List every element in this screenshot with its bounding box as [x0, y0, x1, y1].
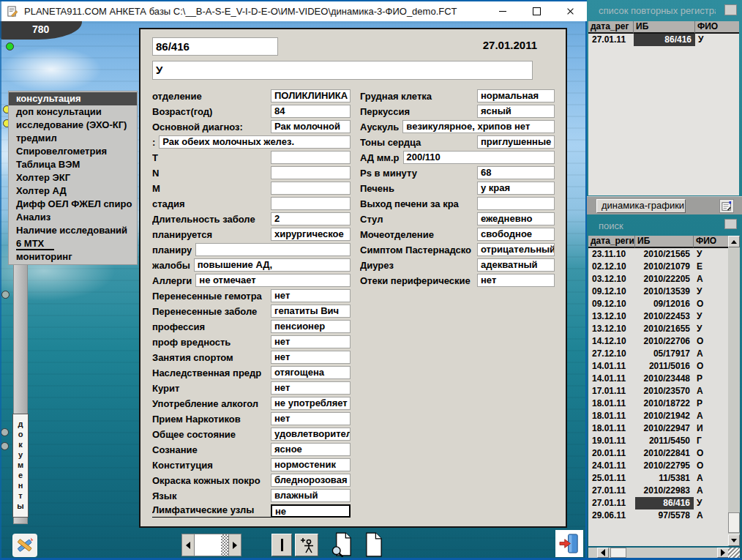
column-header[interactable]: ФИО: [695, 21, 739, 34]
menu-item[interactable]: Наличие исследований: [9, 224, 137, 237]
cell-fio[interactable]: О: [694, 460, 729, 472]
scroll-down-button[interactable]: [728, 534, 740, 546]
field-input[interactable]: ясный: [477, 105, 555, 118]
menu-item[interactable]: Дифф ОЕЛ ФЖЕЛ спиро: [9, 198, 137, 211]
cell-fio[interactable]: У: [694, 285, 729, 298]
column-header[interactable]: дата_рег: [588, 21, 634, 34]
dynamics-graphs-button[interactable]: динамика-графики: [596, 199, 686, 213]
field-input[interactable]: [271, 182, 351, 195]
scroll-left-button[interactable]: [597, 548, 609, 558]
table-row[interactable]: 14.01.11 2011/5016 О: [588, 360, 729, 373]
horizontal-scrollbar[interactable]: [588, 548, 729, 558]
next-record-button[interactable]: [228, 534, 241, 556]
table-row[interactable]: 27.01.11 86/416 У: [588, 34, 739, 46]
cell-date[interactable]: 09.12.10: [588, 298, 635, 310]
field-input[interactable]: нет: [271, 289, 351, 302]
cell-fio[interactable]: У: [694, 497, 729, 509]
field-input[interactable]: [271, 197, 351, 210]
table-row[interactable]: 29.06.11 97/5578 А: [588, 509, 729, 522]
menu-item[interactable]: Холтер ЭКГ: [9, 171, 137, 184]
cell-case-number[interactable]: 2010/22205: [635, 273, 694, 285]
menu-item[interactable]: 6 МТХ: [9, 237, 137, 250]
edit-pencils-button[interactable]: [12, 534, 37, 557]
field-input[interactable]: влажный: [271, 489, 351, 502]
table-row[interactable]: 27.12.10 05/17917 А: [588, 348, 729, 360]
cell-fio[interactable]: У: [695, 34, 739, 46]
field-input[interactable]: не употребляет: [271, 397, 351, 410]
cell-date[interactable]: 03.12.10: [588, 273, 635, 285]
table-row[interactable]: 02.12.10 2010/21079 Е: [588, 261, 729, 273]
table-row[interactable]: 18.01.11 2010/18722 Р: [588, 397, 729, 410]
table-row[interactable]: 13.12.10 2010/21655 У: [588, 323, 729, 335]
cell-fio[interactable]: А: [694, 385, 729, 397]
field-input[interactable]: ПОЛИКЛИНИКА: [271, 89, 351, 102]
cell-case-number[interactable]: 2010/22841: [635, 447, 694, 460]
cell-fio[interactable]: О: [694, 360, 729, 373]
cell-fio[interactable]: Р: [694, 373, 729, 385]
cell-case-number[interactable]: 09/12016: [635, 298, 694, 310]
add-patient-button[interactable]: [295, 534, 318, 556]
table-row[interactable]: 19.01.11 2011/5450 Г: [588, 435, 729, 447]
field-input[interactable]: нормальная: [477, 89, 555, 102]
cell-date[interactable]: 27.12.10: [588, 348, 635, 360]
vertical-scroll-thumb[interactable]: [728, 512, 740, 533]
field-input[interactable]: Рак молочной: [271, 120, 351, 133]
documents-tab[interactable]: документы: [12, 414, 29, 518]
column-header[interactable]: ИБ: [634, 21, 695, 34]
cell-case-number[interactable]: 86/416: [635, 497, 694, 509]
cell-case-number[interactable]: 2010/22795: [635, 460, 694, 472]
cell-fio[interactable]: У: [694, 323, 729, 335]
table-row[interactable]: 27.01.11 86/416 У: [588, 497, 729, 509]
cell-case-number[interactable]: 05/17917: [635, 348, 694, 360]
field-input[interactable]: нет: [271, 351, 351, 364]
field-input[interactable]: отрицательный: [477, 243, 555, 256]
cell-date[interactable]: 02.12.10: [588, 261, 635, 273]
cell-date[interactable]: 13.12.10: [588, 310, 635, 323]
cell-date[interactable]: 14.01.11: [588, 360, 635, 373]
cell-fio[interactable]: О: [694, 298, 729, 310]
field-input[interactable]: не отмечает: [195, 274, 351, 287]
registrations-panel-button[interactable]: [724, 4, 737, 15]
field-input[interactable]: 68: [477, 166, 555, 179]
cell-case-number[interactable]: 2010/21655: [635, 323, 694, 335]
menu-item[interactable]: Анализ: [9, 211, 137, 224]
cell-date[interactable]: 09.12.10: [588, 285, 635, 298]
table-row[interactable]: 14.01.11 2010/23448 Р: [588, 373, 729, 385]
vertical-scrollbar[interactable]: [728, 236, 740, 546]
cell-fio[interactable]: Е: [694, 261, 729, 273]
field-input[interactable]: нет: [271, 335, 351, 348]
column-header[interactable]: ИБ: [635, 236, 694, 248]
prev-record-button[interactable]: [181, 534, 195, 556]
field-input[interactable]: 200/110: [403, 151, 555, 164]
table-row[interactable]: 20.01.11 2010/22841 О: [588, 447, 729, 460]
field-input[interactable]: нормостеник: [271, 458, 351, 471]
field-input[interactable]: нет: [477, 274, 555, 287]
field-input[interactable]: Рак обеих молочных желез.: [159, 135, 351, 149]
cell-date[interactable]: 27.01.11: [588, 485, 635, 497]
table-row[interactable]: 27.01.11 2010/22983 А: [588, 485, 729, 497]
field-input[interactable]: везикулярное, хрипов нет: [402, 120, 555, 133]
cell-case-number[interactable]: 2011/5016: [635, 360, 694, 373]
field-input[interactable]: [271, 166, 351, 179]
field-input[interactable]: [195, 243, 351, 256]
search-document-button[interactable]: [329, 531, 354, 558]
table-row[interactable]: 09.12.10 2010/13539 У: [588, 285, 729, 298]
cell-fio[interactable]: Р: [694, 397, 729, 410]
field-input[interactable]: ежедневно: [477, 212, 555, 225]
cell-case-number[interactable]: 11/5381: [635, 472, 694, 485]
column-header[interactable]: ФИО: [694, 236, 729, 248]
field-input[interactable]: пенсионер: [271, 320, 351, 333]
cell-fio[interactable]: А: [694, 509, 729, 522]
cell-date[interactable]: 18.01.11: [588, 397, 635, 410]
cell-case-number[interactable]: 2010/22983: [635, 485, 694, 497]
field-input[interactable]: нет: [271, 412, 351, 425]
menu-item[interactable]: Спировелгометрия: [9, 145, 137, 158]
resize-grip[interactable]: [728, 548, 740, 558]
menu-item[interactable]: тредмил: [9, 132, 137, 145]
cell-case-number[interactable]: 2010/21565: [635, 248, 694, 261]
horizontal-scroll-thumb[interactable]: [610, 548, 626, 558]
field-input[interactable]: хирургическое: [271, 228, 351, 241]
field-input[interactable]: свободное: [477, 228, 555, 241]
cell-case-number[interactable]: 2010/22947: [635, 422, 694, 435]
field-input[interactable]: у края: [477, 182, 555, 195]
